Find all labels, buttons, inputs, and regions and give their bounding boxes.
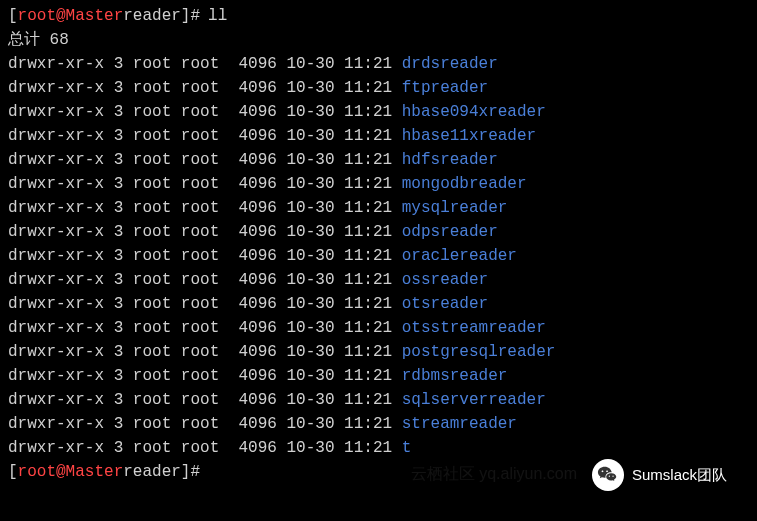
file-owner: root [133, 220, 171, 244]
prompt-char: # [190, 4, 200, 28]
file-owner: root [133, 100, 171, 124]
watermark-badge: Sumslack团队 [592, 459, 727, 491]
file-perms: drwxr-xr-x [8, 316, 104, 340]
file-perms: drwxr-xr-x [8, 196, 104, 220]
file-group: root [181, 412, 219, 436]
file-row: drwxr-xr-x 3 root root 4096 10-30 11:21 … [8, 292, 749, 316]
file-row: drwxr-xr-x 3 root root 4096 10-30 11:21 … [8, 412, 749, 436]
file-owner: root [133, 148, 171, 172]
file-owner: root [133, 52, 171, 76]
file-owner: root [133, 268, 171, 292]
file-date: 10-30 [286, 436, 334, 460]
file-perms: drwxr-xr-x [8, 148, 104, 172]
prompt-char: # [190, 460, 200, 484]
file-links: 3 [114, 316, 124, 340]
file-name: mongodbreader [402, 172, 527, 196]
file-links: 3 [114, 196, 124, 220]
file-owner: root [133, 436, 171, 460]
file-row: drwxr-xr-x 3 root root 4096 10-30 11:21 … [8, 436, 749, 460]
file-perms: drwxr-xr-x [8, 172, 104, 196]
bracket-close: ] [181, 460, 191, 484]
file-size: 4096 [238, 148, 276, 172]
file-links: 3 [114, 388, 124, 412]
wechat-icon [592, 459, 624, 491]
file-group: root [181, 100, 219, 124]
file-group: root [181, 268, 219, 292]
file-name: postgresqlreader [402, 340, 556, 364]
file-date: 10-30 [286, 196, 334, 220]
user-host: root@Master [18, 4, 124, 28]
file-perms: drwxr-xr-x [8, 268, 104, 292]
file-date: 10-30 [286, 292, 334, 316]
file-date: 10-30 [286, 316, 334, 340]
file-group: root [181, 388, 219, 412]
file-row: drwxr-xr-x 3 root root 4096 10-30 11:21 … [8, 52, 749, 76]
file-name: ossreader [402, 268, 488, 292]
file-group: root [181, 292, 219, 316]
file-time: 11:21 [344, 412, 392, 436]
file-time: 11:21 [344, 316, 392, 340]
file-perms: drwxr-xr-x [8, 292, 104, 316]
file-row: drwxr-xr-x 3 root root 4096 10-30 11:21 … [8, 388, 749, 412]
file-owner: root [133, 172, 171, 196]
file-date: 10-30 [286, 124, 334, 148]
file-name: hdfsreader [402, 148, 498, 172]
total-line: 总计 68 [8, 28, 749, 52]
file-size: 4096 [238, 52, 276, 76]
file-perms: drwxr-xr-x [8, 52, 104, 76]
file-size: 4096 [238, 196, 276, 220]
file-date: 10-30 [286, 76, 334, 100]
file-size: 4096 [238, 172, 276, 196]
file-date: 10-30 [286, 340, 334, 364]
total-value: 68 [50, 31, 69, 49]
file-links: 3 [114, 124, 124, 148]
file-name: streamreader [402, 412, 517, 436]
total-label: 总计 [8, 31, 40, 49]
file-name: drdsreader [402, 52, 498, 76]
file-owner: root [133, 388, 171, 412]
file-group: root [181, 148, 219, 172]
file-size: 4096 [238, 76, 276, 100]
file-group: root [181, 220, 219, 244]
file-group: root [181, 76, 219, 100]
file-owner: root [133, 364, 171, 388]
file-size: 4096 [238, 292, 276, 316]
file-time: 11:21 [344, 364, 392, 388]
file-row: drwxr-xr-x 3 root root 4096 10-30 11:21 … [8, 268, 749, 292]
file-row: drwxr-xr-x 3 root root 4096 10-30 11:21 … [8, 316, 749, 340]
bracket-open: [ [8, 460, 18, 484]
file-row: drwxr-xr-x 3 root root 4096 10-30 11:21 … [8, 148, 749, 172]
file-date: 10-30 [286, 52, 334, 76]
file-perms: drwxr-xr-x [8, 220, 104, 244]
file-owner: root [133, 124, 171, 148]
file-group: root [181, 316, 219, 340]
file-links: 3 [114, 292, 124, 316]
file-listing: drwxr-xr-x 3 root root 4096 10-30 11:21 … [8, 52, 749, 460]
file-name: otsstreamreader [402, 316, 546, 340]
file-group: root [181, 244, 219, 268]
file-links: 3 [114, 220, 124, 244]
bracket-open: [ [8, 4, 18, 28]
file-links: 3 [114, 76, 124, 100]
file-size: 4096 [238, 316, 276, 340]
file-time: 11:21 [344, 340, 392, 364]
file-perms: drwxr-xr-x [8, 76, 104, 100]
file-name: sqlserverreader [402, 388, 546, 412]
prompt-line: [ root@Master reader ] # ll [8, 4, 749, 28]
file-perms: drwxr-xr-x [8, 100, 104, 124]
file-time: 11:21 [344, 172, 392, 196]
file-name: otsreader [402, 292, 488, 316]
file-name: ftpreader [402, 76, 488, 100]
file-row: drwxr-xr-x 3 root root 4096 10-30 11:21 … [8, 244, 749, 268]
file-links: 3 [114, 244, 124, 268]
file-time: 11:21 [344, 100, 392, 124]
file-size: 4096 [238, 124, 276, 148]
file-size: 4096 [238, 100, 276, 124]
file-date: 10-30 [286, 364, 334, 388]
file-links: 3 [114, 412, 124, 436]
file-time: 11:21 [344, 268, 392, 292]
file-time: 11:21 [344, 436, 392, 460]
file-size: 4096 [238, 388, 276, 412]
file-owner: root [133, 412, 171, 436]
file-group: root [181, 364, 219, 388]
